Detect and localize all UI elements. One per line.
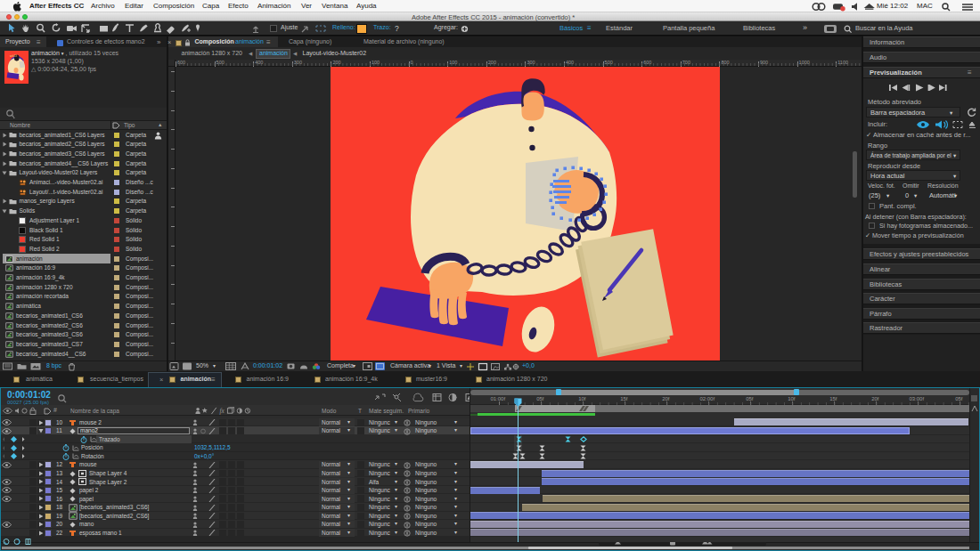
svg-text:fx: fx [219, 408, 225, 415]
svg-text:wrk13: wrk13 [10, 54, 17, 58]
